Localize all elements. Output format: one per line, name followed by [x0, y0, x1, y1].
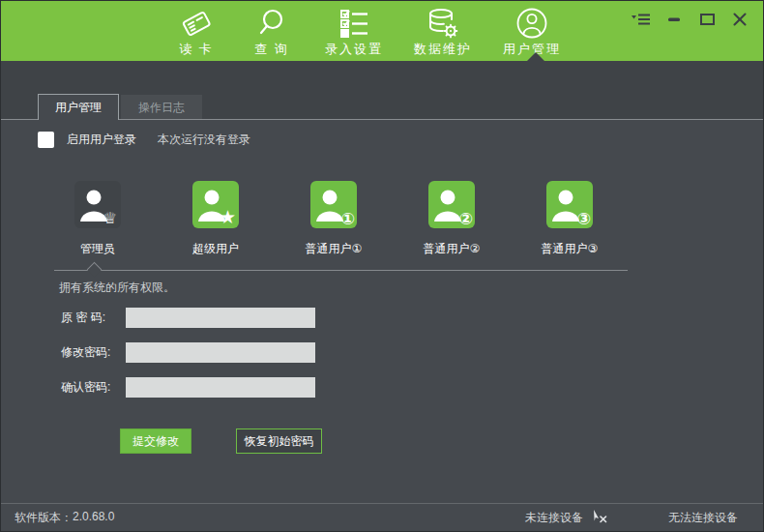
super-user-tile: ★	[192, 181, 239, 228]
normal-user-2-tile: ②	[428, 181, 475, 228]
user-label: 普通用户①	[306, 241, 363, 257]
user-tile-normal-3[interactable]: ③ 普通用户③	[511, 181, 629, 257]
restore-default-password-button[interactable]: 恢复初始密码	[236, 429, 322, 454]
nav-label: 录入设置	[325, 41, 383, 58]
main-toolbar: 读 卡 查 询	[1, 1, 763, 61]
permission-description: 拥有系统的所有权限。	[59, 280, 175, 296]
software-version: 软件版本： 2.0.68.0	[15, 510, 114, 526]
database-gear-icon	[426, 7, 459, 40]
old-password-input[interactable]	[126, 308, 315, 328]
crown-icon: ♕	[103, 211, 117, 226]
old-password-label: 原 密 码:	[61, 310, 123, 326]
normal-user-3-tile: ③	[546, 181, 593, 228]
tab-label: 操作日志	[138, 100, 185, 116]
user-type-selector: ♕ 管理员 ★ 超级用户	[39, 181, 629, 257]
search-icon	[255, 7, 288, 40]
submit-changes-button[interactable]: 提交修改	[120, 429, 191, 454]
menu-icon[interactable]	[632, 11, 651, 28]
close-icon[interactable]	[730, 11, 749, 28]
app-window: 读 卡 查 询	[0, 0, 764, 532]
device-disconnected-icon	[591, 508, 608, 527]
user-circle-icon	[515, 7, 548, 40]
nav-label: 读 卡	[179, 41, 214, 58]
user-tile-admin[interactable]: ♕ 管理员	[39, 181, 157, 257]
form-actions: 提交修改 恢复初始密码	[120, 429, 322, 454]
form-row-confirm-password: 确认密码:	[61, 377, 315, 398]
maximize-icon[interactable]	[697, 11, 717, 28]
number-2-icon: ②	[459, 211, 473, 227]
user-tile-normal-1[interactable]: ① 普通用户①	[275, 181, 393, 257]
nav-label: 查 询	[254, 41, 289, 58]
status-right: 未连接设备 无法连接设备	[525, 508, 763, 527]
nav-label: 数据维护	[414, 41, 472, 58]
main-nav: 读 卡 查 询	[159, 7, 576, 58]
status-bar: 软件版本： 2.0.68.0 未连接设备 无法连接设备	[1, 503, 763, 531]
new-password-label: 修改密码:	[61, 344, 123, 361]
nav-item-data-maintenance[interactable]: 数据维护	[398, 7, 487, 58]
tab-bar: 用户管理 操作日志	[1, 94, 763, 120]
confirm-password-input[interactable]	[126, 377, 315, 398]
user-tile-super[interactable]: ★ 超级用户	[157, 181, 275, 257]
form-row-old-password: 原 密 码:	[61, 308, 315, 328]
password-form: 原 密 码: 修改密码: 确认密码:	[61, 308, 315, 412]
nav-item-entry-settings[interactable]: 录入设置	[309, 7, 398, 58]
user-label: 普通用户②	[424, 241, 481, 257]
number-1-icon: ①	[341, 211, 355, 227]
version-label: 软件版本：	[15, 510, 73, 526]
selection-divider	[54, 270, 628, 271]
enable-login-label: 启用用户登录	[67, 132, 136, 148]
user-tile-normal-2[interactable]: ② 普通用户②	[393, 181, 511, 257]
user-label: 普通用户③	[542, 241, 599, 257]
star-icon: ★	[220, 208, 236, 226]
user-management-panel: 启用用户登录 本次运行没有登录 ♕ 管理员	[1, 120, 763, 505]
connection-status-text: 无法连接设备	[668, 510, 738, 526]
number-3-icon: ③	[577, 211, 591, 227]
form-row-new-password: 修改密码:	[61, 342, 315, 363]
card-reader-icon	[180, 7, 213, 40]
window-controls	[632, 11, 749, 28]
confirm-password-label: 确认密码:	[61, 379, 123, 396]
login-option-row: 启用用户登录 本次运行没有登录	[38, 132, 250, 148]
nav-item-user-management[interactable]: 用户管理	[487, 7, 576, 58]
tab-label: 用户管理	[55, 100, 102, 116]
entry-settings-icon	[338, 7, 370, 40]
tab-operation-log[interactable]: 操作日志	[121, 95, 202, 120]
tab-user-management[interactable]: 用户管理	[38, 94, 119, 120]
normal-user-1-tile: ①	[310, 181, 357, 228]
sub-header-strip	[1, 61, 763, 94]
device-status-text: 未连接设备	[525, 510, 583, 526]
selected-user-caret	[87, 262, 103, 278]
admin-tile: ♕	[74, 181, 121, 228]
nav-item-query[interactable]: 查 询	[234, 7, 309, 58]
minimize-icon[interactable]	[664, 11, 684, 28]
nav-item-read-card[interactable]: 读 卡	[159, 7, 234, 58]
user-label: 超级用户	[192, 241, 239, 257]
active-nav-notch	[527, 52, 544, 61]
user-label: 管理员	[80, 241, 115, 257]
enable-login-checkbox[interactable]	[38, 132, 54, 148]
login-status-text: 本次运行没有登录	[158, 132, 250, 148]
version-value: 2.0.68.0	[73, 510, 114, 526]
new-password-input[interactable]	[126, 342, 315, 363]
